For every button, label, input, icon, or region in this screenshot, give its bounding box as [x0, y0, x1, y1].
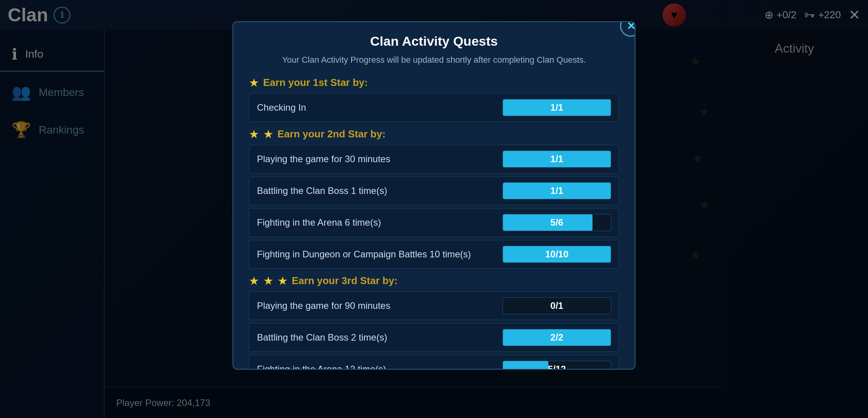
tier2-star-1: ★ [249, 127, 259, 141]
modal-close-button[interactable]: ✕ [620, 21, 636, 37]
quest-label-clan-boss-2: Battling the Clan Boss 2 time(s) [257, 332, 387, 343]
quest-text-clan-boss-1: 1/1 [503, 183, 611, 199]
quest-row-arena-6: Fighting in the Arena 6 time(s) 5/6 [249, 208, 619, 237]
quest-row-checking-in: Checking In 1/1 [249, 93, 619, 122]
tier2-label: Earn your 2nd Star by: [277, 128, 386, 140]
tier3-label: Earn your 3rd Star by: [292, 275, 398, 287]
quest-text-dungeon-10: 10/10 [503, 246, 611, 262]
tier3-star-2: ★ [263, 274, 274, 288]
tier1-header: ★ Earn your 1st Star by: [249, 76, 619, 89]
quest-row-dungeon-10: Fighting in Dungeon or Campaign Battles … [249, 240, 619, 269]
quest-text-checking-in: 1/1 [503, 99, 611, 116]
quest-progress-arena-12: 5/12 [503, 361, 611, 370]
tier3-star-1: ★ [249, 274, 259, 288]
quest-label-arena-6: Fighting in the Arena 6 time(s) [257, 217, 381, 228]
quest-row-clan-boss-2: Battling the Clan Boss 2 time(s) 2/2 [249, 323, 619, 352]
quest-label-checking-in: Checking In [257, 102, 306, 113]
quest-label-play-30min: Playing the game for 30 minutes [257, 154, 390, 164]
quest-progress-clan-boss-2: 2/2 [503, 329, 611, 346]
quest-progress-arena-6: 5/6 [503, 214, 611, 231]
tier3-header: ★ ★ ★ Earn your 3rd Star by: [249, 274, 619, 288]
modal-overlay: ✕ Clan Activity Quests Your Clan Activit… [0, 0, 868, 418]
tier1-label: Earn your 1st Star by: [263, 77, 368, 89]
tier3-star-3: ★ [277, 274, 288, 288]
quest-label-arena-12: Fighting in the Arena 12 time(s) [257, 364, 386, 370]
quest-text-play-90min: 0/1 [503, 298, 611, 314]
tier2-star-2: ★ [263, 127, 274, 141]
quest-text-arena-12: 5/12 [503, 361, 611, 370]
quest-text-arena-6: 5/6 [503, 214, 611, 231]
quest-text-play-30min: 1/1 [503, 151, 611, 167]
quest-progress-dungeon-10: 10/10 [503, 246, 611, 263]
modal-subtitle: Your Clan Activity Progress will be upda… [249, 55, 619, 65]
quest-row-arena-12: Fighting in the Arena 12 time(s) 5/12 [249, 355, 619, 370]
quest-label-play-90min: Playing the game for 90 minutes [257, 300, 390, 311]
quest-row-clan-boss-1: Battling the Clan Boss 1 time(s) 1/1 [249, 176, 619, 205]
quest-label-dungeon-10: Fighting in Dungeon or Campaign Battles … [257, 249, 471, 260]
quest-label-clan-boss-1: Battling the Clan Boss 1 time(s) [257, 185, 387, 196]
modal-title: Clan Activity Quests [249, 34, 619, 49]
quest-row-play-30min: Playing the game for 30 minutes 1/1 [249, 145, 619, 173]
clan-activity-quests-modal: ✕ Clan Activity Quests Your Clan Activit… [232, 21, 636, 370]
tier1-star-1: ★ [249, 76, 259, 89]
quest-row-play-90min: Playing the game for 90 minutes 0/1 [249, 291, 619, 320]
quest-progress-play-90min: 0/1 [503, 297, 611, 314]
quest-progress-checking-in: 1/1 [503, 99, 611, 116]
tier2-header: ★ ★ Earn your 2nd Star by: [249, 127, 619, 141]
quest-progress-clan-boss-1: 1/1 [503, 182, 611, 199]
quest-text-clan-boss-2: 2/2 [503, 329, 611, 346]
quest-progress-play-30min: 1/1 [503, 151, 611, 168]
